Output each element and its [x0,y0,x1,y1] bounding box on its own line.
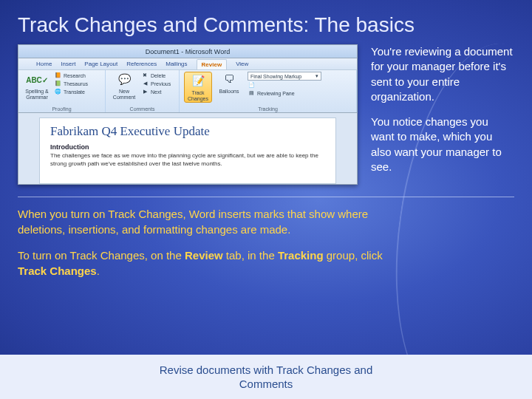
tab-mailings[interactable]: Mailings [166,61,187,67]
balloons-button[interactable]: 🗨 Balloons [215,72,243,95]
side-paragraph-1: You're reviewing a document for your man… [371,44,514,104]
previous-comment-button[interactable]: ◀Previous [141,80,171,87]
group-proofing: ABC✓ Spelling & Grammar 📙Research 📗Thesa… [18,70,106,112]
group-label-proofing: Proofing [23,106,100,112]
translate-button[interactable]: 🌐Translate [54,88,88,95]
tab-insert[interactable]: Insert [61,61,75,67]
document-body: The challenges we face as we move into t… [50,152,325,168]
spelling-grammar-button[interactable]: ABC✓ Spelling & Grammar [23,72,51,100]
translate-icon: 🌐 [54,88,61,95]
document-title: Fabrikam Q4 Executive Update [50,124,325,139]
word-titlebar: Document1 - Microsoft Word [18,45,357,58]
track-changes-icon: 📝 [190,73,206,89]
markup-icon: 📄 [248,81,255,89]
tab-view[interactable]: View [236,61,248,67]
group-tracking: 📝 Track Changes 🗨 Balloons Final Showing… [180,70,357,112]
track-changes-button[interactable]: 📝 Track Changes [184,72,212,103]
next-icon: ▶ [141,88,149,95]
footer: Revise documents with Track Changes and … [0,355,532,399]
reviewing-pane-button[interactable]: ▤Reviewing Pane [248,89,321,97]
tab-references[interactable]: References [126,61,157,67]
chevron-down-icon: ▾ [316,73,318,79]
delete-comment-button[interactable]: ✖Delete [141,72,171,79]
ribbon-body: ABC✓ Spelling & Grammar 📙Research 📗Thesa… [18,70,357,113]
document-heading: Introduction [50,143,325,151]
previous-icon: ◀ [141,80,149,87]
delete-icon: ✖ [141,72,149,79]
new-comment-button[interactable]: 💬 New Comment [110,72,138,100]
side-paragraph-2: You notice changes you want to make, whi… [371,115,514,174]
markup-dropdown[interactable]: Final Showing Markup▾ [248,72,321,81]
next-comment-button[interactable]: ▶Next [141,88,171,95]
lower-paragraph-1: When you turn on Track Changes, Word ins… [18,206,384,237]
lower-text: When you turn on Track Changes, Word ins… [0,197,532,279]
new-comment-icon: 💬 [116,72,132,88]
research-button[interactable]: 📙Research [54,72,88,79]
slide-title: Track Changes and Comments: The basics [0,0,532,44]
lower-paragraph-2: To turn on Track Changes, on the Review … [18,248,384,279]
tab-review[interactable]: Review [197,59,228,69]
group-label-comments: Comments [110,106,174,112]
tab-page-layout[interactable]: Page Layout [84,61,117,67]
thesaurus-icon: 📗 [54,80,61,87]
balloons-icon: 🗨 [221,72,237,88]
content-row: Document1 - Microsoft Word Home Insert P… [0,44,532,185]
research-icon: 📙 [54,72,61,79]
word-screenshot: Document1 - Microsoft Word Home Insert P… [18,44,358,185]
footer-text: Revise documents with Track Changes and … [148,363,384,392]
group-label-tracking: Tracking [184,106,352,112]
ribbon-tabs: Home Insert Page Layout References Maili… [18,58,357,70]
side-text: You're reviewing a document for your man… [371,44,514,185]
thesaurus-button[interactable]: 📗Thesaurus [54,80,88,87]
show-markup-button[interactable]: 📄 [248,81,321,89]
document-page: Fabrikam Q4 Executive Update Introductio… [39,117,336,184]
group-comments: 💬 New Comment ✖Delete ◀Previous ▶Next Co… [106,70,180,112]
tab-home[interactable]: Home [36,61,52,67]
pane-icon: ▤ [248,89,255,97]
abc-check-icon: ABC✓ [29,72,45,88]
